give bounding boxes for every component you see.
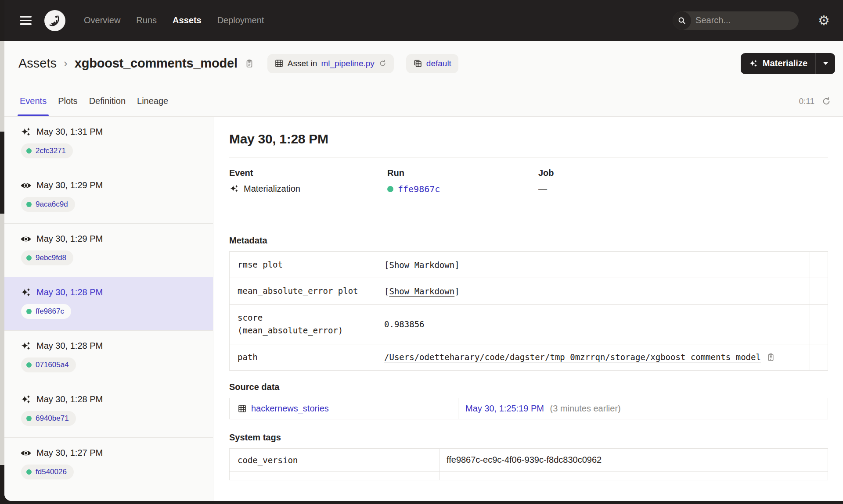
event-list-item[interactable]: May 30, 1:29 PM9aca6c9d (4, 170, 213, 224)
run-id-link[interactable]: fd540026 (36, 468, 67, 476)
event-list-item[interactable]: May 30, 1:28 PMffe9867c (4, 277, 213, 331)
metadata-row: path/Users/odetteharary/code/dagster/tmp… (230, 344, 828, 370)
event-list-item[interactable]: May 30, 1:28 PM071605a4 (4, 331, 213, 384)
run-id-link[interactable]: 6940be71 (36, 414, 69, 423)
run-id-link[interactable]: 071605a4 (36, 361, 69, 369)
divider (229, 157, 828, 157)
metadata-row: mean_absolute_error plot[Show Markdown] (230, 278, 828, 304)
materialize-dropdown-button[interactable] (816, 53, 835, 74)
dagster-logo-icon[interactable] (44, 10, 65, 31)
metadata-actions-cell (810, 344, 828, 370)
run-label: Run (387, 168, 538, 178)
tab-events[interactable]: Events (18, 86, 49, 116)
event-list-sidebar: May 30, 1:31 PM2cfc3271May 30, 1:29 PM9a… (4, 117, 213, 501)
show-markdown-link[interactable]: Show Markdown (389, 286, 454, 296)
run-id-link[interactable]: 9ebc9fd8 (36, 254, 66, 262)
reload-icon[interactable] (378, 59, 387, 68)
code-location-link[interactable]: ml_pipeline.py (321, 59, 374, 68)
tab-lineage[interactable]: Lineage (135, 86, 170, 116)
asset-group-badge[interactable]: default (406, 54, 458, 73)
materialization-sparkle-icon (20, 126, 32, 138)
system-tag-value: ffe9867c-ec9c-4f06-939c-f8dc830c0962 (440, 449, 828, 472)
metadata-table: rmse plot[Show Markdown]mean_absolute_er… (229, 251, 828, 371)
tab-definition[interactable]: Definition (87, 86, 128, 116)
run-status-dot (26, 309, 32, 314)
materialization-sparkle-icon (749, 59, 758, 68)
global-search[interactable]: / (673, 11, 799, 30)
run-status-dot (26, 469, 32, 475)
gear-icon[interactable]: ⚙ (818, 14, 830, 27)
group-link[interactable]: default (426, 59, 451, 68)
metadata-row: rmse plot[Show Markdown] (230, 252, 828, 278)
search-icon (673, 11, 691, 30)
run-status-dot (26, 416, 32, 421)
asset-in-prefix: Asset in (288, 59, 317, 68)
metadata-heading: Metadata (229, 236, 828, 246)
metadata-value: /Users/odetteharary/code/dagster/tmp_0mz… (380, 344, 810, 370)
materialization-sparkle-icon (20, 340, 32, 352)
materialize-button[interactable]: Materialize (741, 53, 835, 74)
path-link[interactable]: /Users/odetteharary/code/dagster/tmp_0mz… (384, 352, 761, 362)
run-status-dot (26, 148, 32, 154)
system-tag-key: code_version (230, 449, 440, 472)
run-id-link[interactable]: ffe9867c (36, 307, 64, 316)
asset-grid-icon (238, 404, 247, 413)
event-list-item[interactable]: May 30, 1:31 PM2cfc3271 (4, 117, 213, 170)
event-list-item[interactable]: May 30, 1:29 PM9ebc9fd8 (4, 224, 213, 277)
run-id-pill[interactable]: ffe9867c (21, 304, 71, 319)
system-tag-row (230, 472, 828, 480)
run-status-dot (26, 255, 32, 261)
metadata-value: 0.983856 (380, 304, 810, 344)
run-id-pill[interactable]: 071605a4 (21, 357, 76, 372)
run-id-link[interactable]: 9aca6c9d (36, 200, 68, 209)
system-tags-table: code_versionffe9867c-ec9c-4f06-939c-f8dc… (229, 448, 828, 480)
run-id-link[interactable]: ffe9867c (398, 184, 440, 194)
tab-plots[interactable]: Plots (56, 86, 79, 116)
metadata-actions-cell (810, 252, 828, 278)
observation-eye-icon (20, 447, 32, 459)
run-id-pill[interactable]: fd540026 (21, 465, 74, 479)
materialize-button-label: Materialize (763, 58, 807, 68)
search-input[interactable] (691, 15, 799, 25)
asset-definition-badge[interactable]: Asset in ml_pipeline.py (267, 54, 394, 73)
event-timestamp: May 30, 1:31 PM (36, 127, 103, 137)
run-id-pill[interactable]: 9aca6c9d (21, 197, 75, 212)
run-id-link[interactable]: 2cfc3271 (36, 147, 66, 155)
copy-path-icon[interactable] (766, 353, 775, 362)
nav-link-runs[interactable]: Runs (136, 15, 157, 25)
show-markdown-link[interactable]: Show Markdown (389, 260, 454, 270)
event-timestamp: May 30, 1:29 PM (36, 180, 103, 190)
run-status-dot (26, 362, 32, 368)
event-timestamp: May 30, 1:28 PM (36, 394, 103, 404)
run-id-pill[interactable]: 6940be71 (21, 411, 76, 426)
run-status-dot (26, 202, 32, 207)
nav-link-assets[interactable]: Assets (173, 15, 202, 25)
copy-asset-name-icon[interactable] (245, 59, 254, 68)
window-edge-gutter (0, 41, 4, 132)
materialization-sparkle-icon (20, 393, 32, 405)
source-event-time-link[interactable]: May 30, 1:25:19 PM (465, 404, 544, 413)
source-event-relative-time: (3 minutes earlier) (550, 404, 621, 413)
run-status-dot (387, 186, 393, 192)
caret-down-icon (823, 61, 829, 65)
breadcrumb-assets-link[interactable]: Assets (18, 56, 57, 71)
asset-grid-icon (274, 59, 284, 68)
run-id-pill[interactable]: 9ebc9fd8 (21, 250, 73, 265)
event-list-item[interactable]: May 30, 1:28 PM6940be71 (4, 384, 213, 438)
event-summary-row: Event Materialization Run (229, 168, 828, 194)
system-tag-value (440, 472, 828, 480)
metadata-actions-cell (810, 304, 828, 344)
event-label: Event (229, 168, 387, 178)
nav-link-deployment[interactable]: Deployment (217, 15, 264, 25)
run-id-pill[interactable]: 2cfc3271 (21, 143, 73, 158)
refresh-icon[interactable] (821, 97, 831, 106)
event-type-value: Materialization (244, 184, 300, 194)
upstream-asset-link[interactable]: hackernews_stories (238, 404, 450, 414)
top-navigation-bar: OverviewRunsAssetsDeployment / ⚙ (4, 0, 843, 41)
event-timestamp: May 30, 1:29 PM (36, 234, 103, 244)
source-data-table: hackernews_stories May 30, 1:25:19 PM (3… (229, 398, 828, 419)
event-list-item[interactable]: May 30, 1:27 PMfd540026 (4, 438, 213, 491)
menu-icon[interactable] (20, 16, 32, 25)
metadata-row: score (mean_absolute_error)0.983856 (230, 304, 828, 344)
nav-link-overview[interactable]: Overview (84, 15, 120, 25)
